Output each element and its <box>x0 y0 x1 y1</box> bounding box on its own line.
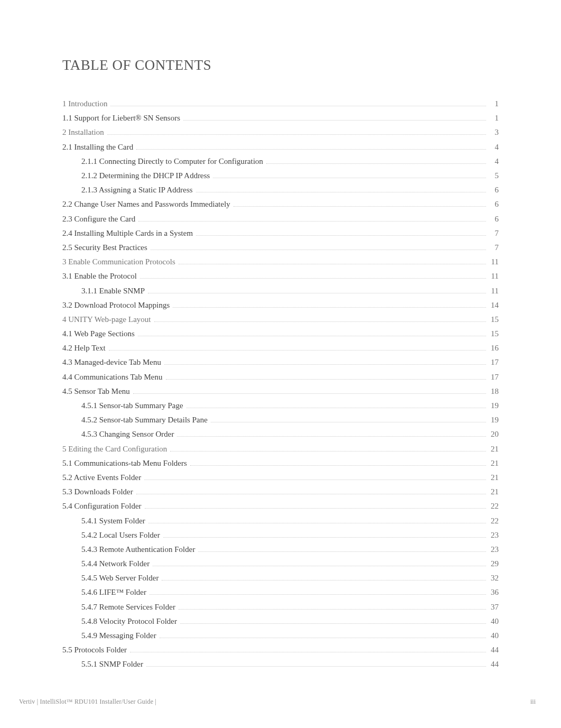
toc-leader-dots <box>163 537 486 538</box>
toc-leader-dots <box>107 134 486 135</box>
toc-leader-dots <box>211 422 486 422</box>
toc-entry[interactable]: 4.5.1 Sensor-tab Summary Page19 <box>62 399 499 413</box>
toc-entry-label: 4 UNITY Web-page Layout <box>62 316 151 324</box>
toc-entry[interactable]: 3.1.1 Enable SNMP11 <box>62 283 499 298</box>
toc-entry-page: 6 <box>489 200 499 208</box>
toc-entry-label: 5.4.9 Messaging Folder <box>81 632 156 640</box>
toc-entry[interactable]: 4.1 Web Page Sections15 <box>62 327 499 341</box>
toc-entry-page: 19 <box>489 402 499 410</box>
toc-entry[interactable]: 2.5 Security Best Practices7 <box>62 241 499 255</box>
toc-leader-dots <box>151 250 486 250</box>
toc-entry[interactable]: 1.1 Support for Liebert® SN Sensors1 <box>62 111 499 125</box>
toc-leader-dots <box>149 594 486 595</box>
toc-leader-dots <box>136 149 486 150</box>
toc-entry-label: 5 Editing the Card Configuration <box>62 445 167 453</box>
toc-entry-label: 2.1.1 Connecting Directly to Computer fo… <box>81 158 263 165</box>
toc-entry-label: 5.3 Downloads Folder <box>62 488 133 496</box>
toc-entry[interactable]: 5.4.1 System Folder22 <box>62 513 499 528</box>
toc-entry[interactable]: 3.2 Download Protocol Mappings14 <box>62 298 499 312</box>
toc-entry-label: 5.2 Active Events Folder <box>62 474 141 482</box>
toc-entry-page: 17 <box>489 358 499 366</box>
toc-entry-label: 4.5.2 Sensor-tab Summary Details Pane <box>81 416 208 424</box>
toc-leader-dots <box>173 307 486 308</box>
toc-entry[interactable]: 2.3 Configure the Card6 <box>62 212 499 226</box>
toc-leader-dots <box>110 106 486 106</box>
toc-entry[interactable]: 4 UNITY Web-page Layout15 <box>62 312 499 327</box>
toc-entry[interactable]: 1 Introduction1 <box>62 97 499 111</box>
toc-entry[interactable]: 5.5 Protocols Folder44 <box>62 643 499 657</box>
toc-entry-page: 22 <box>489 517 499 525</box>
toc-entry-page: 23 <box>489 531 499 539</box>
toc-entry[interactable]: 5.4 Configuration Folder22 <box>62 499 499 513</box>
toc-leader-dots <box>196 192 486 192</box>
toc-entry[interactable]: 5.4.7 Remote Services Folder37 <box>62 600 499 614</box>
toc-entry[interactable]: 5.4.2 Local Users Folder23 <box>62 528 499 542</box>
toc-leader-dots <box>177 436 486 437</box>
toc-leader-dots <box>166 379 487 380</box>
toc-entry[interactable]: 4.5 Sensor Tab Menu18 <box>62 384 499 399</box>
toc-entry[interactable]: 2.2 Change User Names and Passwords Imme… <box>62 197 499 211</box>
toc-entry-page: 7 <box>489 229 499 237</box>
toc-entry-label: 3.1 Enable the Protocol <box>62 272 137 280</box>
toc-leader-dots <box>190 465 486 466</box>
page-title: TABLE OF CONTENTS <box>62 57 499 73</box>
toc-entry[interactable]: 4.4 Communications Tab Menu17 <box>62 370 499 384</box>
toc-entry[interactable]: 5.4.3 Remote Authentication Folder23 <box>62 542 499 557</box>
toc-entry[interactable]: 5.5.1 SNMP Folder44 <box>62 657 499 671</box>
toc-entry-label: 2.3 Configure the Card <box>62 215 135 223</box>
toc-entry-page: 40 <box>489 632 499 640</box>
toc-entry-page: 36 <box>489 588 499 596</box>
toc-leader-dots <box>145 508 486 509</box>
toc-entry[interactable]: 2.1.3 Assigning a Static IP Address6 <box>62 183 499 197</box>
toc-leader-dots <box>144 480 486 480</box>
toc-entry[interactable]: 5.4.6 LIFE™ Folder36 <box>62 585 499 600</box>
toc-entry[interactable]: 2.4 Installing Multiple Cards in a Syste… <box>62 226 499 241</box>
toc-entry-label: 5.5 Protocols Folder <box>62 646 127 654</box>
toc-entry-label: 5.1 Communications-tab Menu Folders <box>62 459 187 467</box>
toc-entry-label: 1 Introduction <box>62 100 107 108</box>
toc-entry[interactable]: 2.1 Installing the Card4 <box>62 140 499 154</box>
toc-entry-label: 5.4.6 LIFE™ Folder <box>81 588 146 596</box>
toc-entry[interactable]: 3 Enable Communication Protocols11 <box>62 255 499 269</box>
toc-leader-dots <box>146 666 486 667</box>
toc-entry[interactable]: 4.5.2 Sensor-tab Summary Details Pane19 <box>62 413 499 427</box>
toc-entry-page: 21 <box>489 474 499 482</box>
toc-entry-label: 4.4 Communications Tab Menu <box>62 373 163 381</box>
toc-leader-dots <box>266 163 486 164</box>
toc-leader-dots <box>160 638 486 638</box>
toc-entry[interactable]: 5.1 Communications-tab Menu Folders21 <box>62 456 499 471</box>
toc-entry[interactable]: 5.3 Downloads Folder21 <box>62 485 499 499</box>
toc-entry-page: 5 <box>489 172 499 180</box>
toc-entry[interactable]: 5.4.4 Network Folder29 <box>62 557 499 571</box>
toc-leader-dots <box>186 408 486 408</box>
toc-entry-label: 5.4.4 Network Folder <box>81 560 149 568</box>
toc-entry[interactable]: 2.1.2 Determining the DHCP IP Address5 <box>62 169 499 183</box>
toc-entry[interactable]: 5.4.8 Velocity Protocol Folder40 <box>62 614 499 629</box>
toc-leader-dots <box>148 523 486 523</box>
toc-entry-label: 1.1 Support for Liebert® SN Sensors <box>62 114 180 122</box>
toc-entry-page: 29 <box>489 560 499 568</box>
toc-entry-label: 5.4.7 Remote Services Folder <box>81 603 175 611</box>
toc-entry-page: 11 <box>489 287 499 295</box>
toc-leader-dots <box>164 364 486 365</box>
toc-leader-dots <box>109 350 486 351</box>
toc-entry-label: 3.1.1 Enable SNMP <box>81 287 145 295</box>
toc-entry-page: 15 <box>489 330 499 338</box>
toc-entry-page: 16 <box>489 344 499 352</box>
table-of-contents: 1 Introduction11.1 Support for Liebert® … <box>62 97 499 672</box>
toc-entry-page: 4 <box>489 143 499 151</box>
toc-entry[interactable]: 2.1.1 Connecting Directly to Computer fo… <box>62 154 499 169</box>
toc-entry[interactable]: 4.3 Managed-device Tab Menu17 <box>62 355 499 370</box>
toc-entry[interactable]: 4.5.3 Changing Sensor Order20 <box>62 427 499 441</box>
toc-entry[interactable]: 4.2 Help Text16 <box>62 341 499 355</box>
toc-entry[interactable]: 2 Installation3 <box>62 125 499 140</box>
toc-entry[interactable]: 3.1 Enable the Protocol11 <box>62 269 499 283</box>
toc-entry[interactable]: 5 Editing the Card Configuration21 <box>62 442 499 456</box>
toc-entry[interactable]: 5.4.5 Web Server Folder32 <box>62 571 499 585</box>
toc-entry[interactable]: 5.2 Active Events Folder21 <box>62 471 499 485</box>
toc-leader-dots <box>198 551 486 552</box>
toc-leader-dots <box>133 393 486 394</box>
toc-entry-label: 2.5 Security Best Practices <box>62 244 147 252</box>
toc-entry-page: 1 <box>489 100 499 108</box>
toc-entry[interactable]: 5.4.9 Messaging Folder40 <box>62 629 499 643</box>
